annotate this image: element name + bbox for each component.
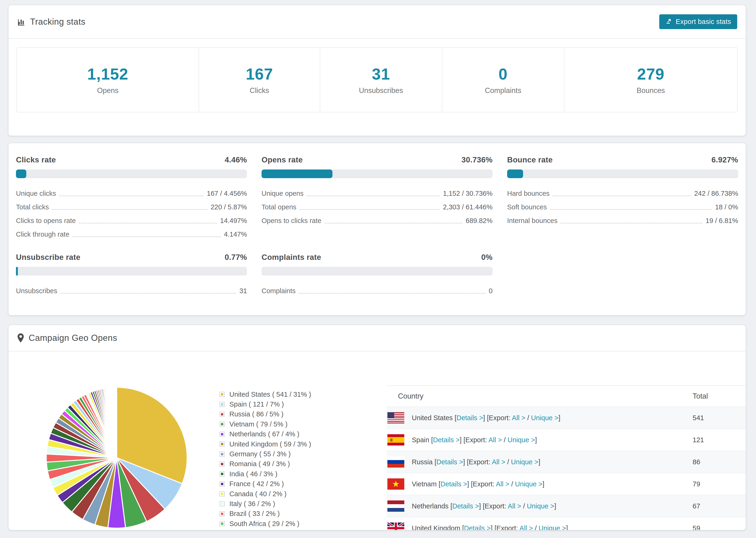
bracket: [ [439, 480, 441, 488]
legend-item-canada[interactable]: Canada ( 40 / 2% ) [220, 489, 311, 499]
export-basic-stats-button[interactable]: Export basic stats [659, 14, 737, 29]
geo-table-country-cell: Vietnam [Details >] [Export: All > / Uni… [387, 478, 693, 490]
export-unique-link[interactable]: Unique > [539, 524, 566, 530]
geo-table-header-row: Country Total [387, 386, 746, 406]
rate-section-unsubscribe-rate: Unsubscribe rate0.77%Unsubscribes31 [16, 253, 247, 297]
legend-swatch [220, 481, 225, 487]
export-unique-link[interactable]: Unique > [527, 502, 554, 510]
legend-item-france[interactable]: France ( 42 / 2% ) [220, 479, 311, 489]
rate-section-opens-rate: Opens rate30.736%Unique opens1,152 / 30.… [261, 155, 493, 241]
bracket: ] [Export: [491, 524, 519, 530]
legend-item-south-africa[interactable]: South Africa ( 29 / 2% ) [220, 519, 311, 529]
legend-label: Vietnam ( 79 / 5% ) [229, 420, 288, 428]
stat-box-complaints: 0Complaints [442, 48, 565, 112]
legend-swatch [220, 442, 225, 447]
rate-section-title: Clicks rate [16, 155, 56, 164]
export-basic-stats-label: Export basic stats [676, 18, 731, 26]
rate-detail-label: Click through rate [16, 231, 69, 238]
rate-detail-label: Soft bounces [507, 203, 547, 211]
rate-detail-row: Internal bounces19 / 6.81% [507, 214, 738, 228]
details-link[interactable]: Details > [441, 480, 467, 488]
geo-opens-pie-chart [39, 380, 194, 530]
legend-label: United States ( 541 / 31% ) [229, 391, 311, 398]
stat-value: 279 [637, 65, 665, 83]
export-all-link[interactable]: All > [512, 414, 525, 422]
details-link[interactable]: Details > [436, 458, 463, 466]
bracket: ] [559, 414, 561, 422]
rate-progress-fill [16, 170, 26, 178]
bracket: / [521, 502, 527, 510]
legend-swatch [220, 461, 225, 467]
geo-table-country-cell: United Kingdom [Details >] [Export: All … [387, 522, 693, 530]
geo-table-header-total: Total [693, 392, 746, 401]
legend-label: Canada ( 40 / 2% ) [229, 490, 287, 498]
gb-flag-icon [387, 522, 404, 530]
legend-item-united-kingdom[interactable]: United Kingdom ( 59 / 3% ) [220, 439, 311, 449]
export-all-link[interactable]: All > [492, 458, 505, 466]
geo-table-total-cell: 59 [693, 524, 746, 530]
geo-table-rows: United States [Details >] [Export: All >… [387, 406, 746, 530]
dotted-leader [550, 209, 712, 210]
export-unique-link[interactable]: Unique > [508, 436, 535, 444]
tracking-stats-card: Tracking stats Export basic stats 1,152O… [9, 5, 746, 136]
export-all-link[interactable]: All > [519, 524, 533, 530]
legend-item-italy[interactable]: Italy ( 36 / 2% ) [220, 499, 311, 509]
legend-label: Brazil ( 33 / 2% ) [229, 510, 280, 517]
geo-table-total-cell: 121 [693, 436, 746, 444]
details-link[interactable]: Details > [464, 524, 491, 530]
legend-label: Spain ( 121 / 7% ) [229, 401, 284, 408]
rate-detail-value: 4.147% [224, 231, 247, 238]
export-unique-link[interactable]: Unique > [511, 458, 538, 466]
rate-section-value: 6.927% [711, 155, 738, 164]
bracket: ] [Export: [483, 414, 512, 422]
export-all-link[interactable]: All > [488, 436, 502, 444]
legend-item-germany[interactable]: Germany ( 55 / 3% ) [220, 449, 311, 459]
es-flag-icon [387, 434, 404, 446]
rate-section-value: 0.77% [225, 253, 247, 262]
details-link[interactable]: Details > [453, 502, 479, 510]
country-name: Spain [412, 436, 431, 444]
legend-item-united-states[interactable]: United States ( 541 / 31% ) [220, 389, 311, 399]
stat-value: 31 [372, 65, 390, 83]
rate-progress-bar [16, 267, 247, 276]
legend-item-brazil[interactable]: Brazil ( 33 / 2% ) [220, 509, 311, 519]
rate-detail-value: 220 / 5.87% [211, 203, 247, 211]
country-name: Vietnam [412, 480, 439, 488]
stat-value: 0 [499, 65, 508, 83]
legend-item-romania[interactable]: Romania ( 49 / 3% ) [220, 459, 311, 469]
legend-swatch [220, 521, 225, 526]
rate-detail-label: Unique clicks [16, 190, 56, 197]
legend-item-netherlands[interactable]: Netherlands ( 67 / 4% ) [220, 429, 311, 439]
rate-detail-value: 2,303 / 61.446% [443, 203, 493, 211]
rate-detail-row: Soft bounces18 / 0% [507, 200, 738, 214]
bracket: ] [Export: [463, 458, 492, 466]
legend-swatch [220, 491, 225, 497]
bracket: [ [435, 458, 436, 466]
legend-label: India ( 46 / 3% ) [229, 470, 278, 478]
legend-swatch [220, 432, 225, 437]
bracket: ] [566, 524, 568, 530]
export-unique-link[interactable]: Unique > [531, 414, 559, 422]
legend-item-spain[interactable]: Spain ( 121 / 7% ) [220, 399, 311, 409]
legend-item-india[interactable]: India ( 46 / 3% ) [220, 469, 311, 479]
bracket: / [509, 480, 515, 488]
dotted-leader [59, 195, 203, 196]
legend-label: France ( 42 / 2% ) [229, 480, 284, 488]
rate-detail-value: 167 / 4.456% [207, 190, 247, 197]
legend-label: Russia ( 86 / 5% ) [229, 410, 283, 418]
geo-table-country-cell: Netherlands [Details >] [Export: All > /… [387, 501, 693, 512]
details-link[interactable]: Details > [433, 436, 460, 444]
country-name: United Kingdom [412, 524, 462, 530]
rate-detail-row: Clicks to opens rate14.497% [16, 214, 247, 228]
details-link[interactable]: Details > [457, 414, 483, 422]
export-all-link[interactable]: All > [496, 480, 509, 488]
bracket: ] [535, 436, 537, 444]
legend-item-russia[interactable]: Russia ( 86 / 5% ) [220, 409, 311, 419]
tracking-stats-header: Tracking stats Export basic stats [9, 5, 746, 39]
rate-progress-bar [16, 170, 247, 178]
export-unique-link[interactable]: Unique > [515, 480, 543, 488]
geo-table-total-cell: 86 [693, 458, 746, 466]
legend-item-vietnam[interactable]: Vietnam ( 79 / 5% ) [220, 419, 311, 429]
country-name: Russia [412, 458, 435, 466]
export-all-link[interactable]: All > [508, 502, 521, 510]
